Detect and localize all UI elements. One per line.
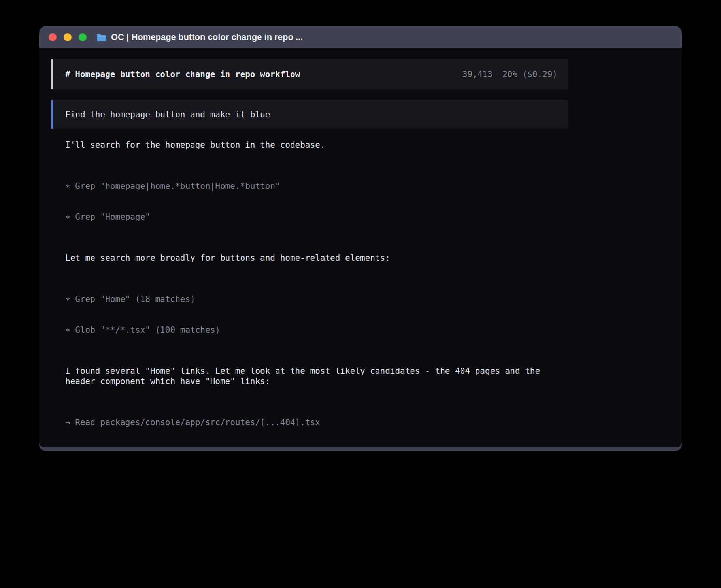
tool-call-group: → Read packages/console/app/src/routes/[…: [65, 397, 682, 447]
assistant-text: I found several "Home" links. Let me loo…: [65, 366, 568, 386]
assistant-text: I'll search for the homepage button in t…: [65, 140, 682, 150]
zoom-button[interactable]: [79, 33, 87, 41]
close-button[interactable]: [49, 33, 57, 41]
grep-tool-call: ∗ Grep "homepage|home.*button|Home.*butt…: [65, 181, 682, 191]
glob-tool-call: ∗ Glob "**/*.tsx" (100 matches): [65, 325, 682, 335]
tool-call-group: ∗ Grep "Home" (18 matches) ∗ Glob "**/*.…: [65, 273, 682, 356]
grep-tool-call: ∗ Grep "Home" (18 matches): [65, 294, 682, 304]
title-group: OC | Homepage button color change in rep…: [96, 32, 303, 42]
session-token-stats: 39,413 20% ($0.29): [462, 69, 557, 79]
traffic-lights: [49, 33, 87, 41]
terminal-content: # Homepage button color change in repo w…: [39, 48, 682, 447]
minimize-button[interactable]: [64, 33, 72, 41]
session-title: # Homepage button color change in repo w…: [65, 69, 300, 79]
folder-icon: [96, 33, 106, 41]
tool-call-group: ∗ Grep "homepage|home.*button|Home.*butt…: [65, 160, 682, 243]
session-header: # Homepage button color change in repo w…: [51, 59, 568, 89]
user-message-block: Find the homepage button and make it blu…: [51, 100, 568, 129]
user-message-text: Find the homepage button and make it blu…: [65, 110, 270, 119]
terminal-window: OC | Homepage button color change in rep…: [39, 26, 682, 451]
assistant-text: Let me search more broadly for buttons a…: [65, 253, 682, 263]
read-tool-call: → Read packages/console/app/src/routes/[…: [65, 417, 682, 428]
window-titlebar[interactable]: OC | Homepage button color change in rep…: [39, 26, 682, 48]
grep-tool-call: ∗ Grep "Homepage": [65, 212, 682, 222]
window-title: OC | Homepage button color change in rep…: [111, 32, 303, 42]
